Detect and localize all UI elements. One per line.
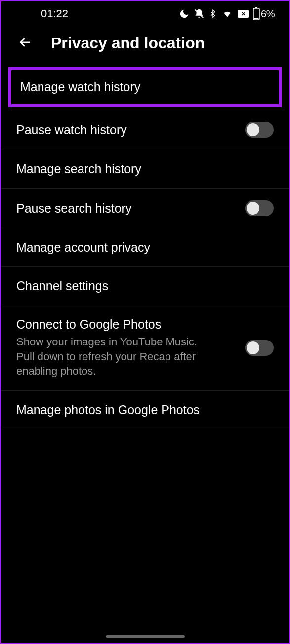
battery-icon: 6%: [253, 7, 275, 20]
back-arrow-icon[interactable]: [17, 35, 33, 52]
page-title: Privacy and location: [51, 34, 205, 52]
svg-rect-4: [253, 8, 259, 20]
item-manage-account-privacy[interactable]: Manage account privacy: [1, 228, 289, 267]
item-pause-watch-history[interactable]: Pause watch history: [1, 110, 289, 150]
item-label: Manage photos in Google Photos: [16, 403, 274, 417]
status-icons: ✕ 6%: [179, 7, 275, 20]
status-bar: 01:22 ✕ 6%: [1, 1, 289, 26]
bell-off-icon: [194, 8, 205, 19]
toggle-pause-search[interactable]: [245, 200, 274, 216]
item-manage-search-history[interactable]: Manage search history: [1, 150, 289, 189]
item-manage-watch-history[interactable]: Manage watch history: [8, 67, 282, 107]
bluetooth-icon: [208, 8, 217, 19]
toggle-connect-photos[interactable]: [245, 340, 274, 356]
item-channel-settings[interactable]: Channel settings: [1, 267, 289, 305]
toggle-knob: [247, 341, 259, 354]
wifi-icon: [221, 9, 233, 19]
toggle-pause-watch[interactable]: [245, 122, 274, 138]
status-time: 01:22: [41, 7, 68, 20]
settings-list: Manage watch history Pause watch history…: [1, 67, 289, 429]
item-label: Manage watch history: [20, 80, 270, 94]
item-label: Manage account privacy: [16, 240, 274, 255]
battery-percent: 6%: [261, 8, 275, 20]
toggle-knob: [247, 202, 259, 215]
home-indicator[interactable]: [106, 635, 185, 638]
item-label: Pause search history: [16, 201, 245, 216]
card-icon: ✕: [237, 9, 249, 18]
svg-rect-5: [254, 18, 259, 19]
item-label: Connect to Google Photos: [16, 317, 245, 332]
item-manage-photos-google[interactable]: Manage photos in Google Photos: [1, 391, 289, 429]
toggle-knob: [247, 123, 259, 136]
svg-text:✕: ✕: [241, 11, 246, 17]
item-subtitle: Show your images in YouTube Music. Pull …: [16, 335, 214, 379]
item-label: Channel settings: [16, 279, 274, 293]
item-pause-search-history[interactable]: Pause search history: [1, 189, 289, 228]
moon-icon: [179, 8, 190, 19]
item-label: Manage search history: [16, 162, 274, 176]
item-connect-google-photos[interactable]: Connect to Google Photos Show your image…: [1, 305, 289, 391]
item-label: Pause watch history: [16, 123, 245, 137]
app-header: Privacy and location: [1, 26, 289, 64]
